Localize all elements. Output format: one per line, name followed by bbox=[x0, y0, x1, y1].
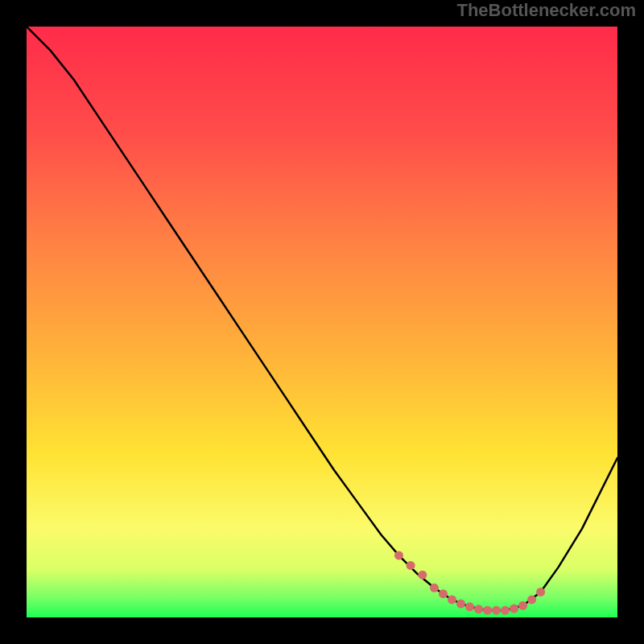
svg-rect-0 bbox=[27, 27, 617, 617]
svg-point-6 bbox=[448, 595, 456, 604]
svg-point-15 bbox=[527, 595, 536, 604]
watermark: TheBottlenecker.com bbox=[456, 0, 636, 21]
svg-point-2 bbox=[407, 561, 415, 570]
svg-point-3 bbox=[418, 571, 427, 580]
svg-point-5 bbox=[439, 589, 448, 598]
chart-svg bbox=[27, 27, 617, 617]
svg-point-1 bbox=[394, 551, 403, 559]
svg-point-10 bbox=[483, 606, 492, 615]
svg-point-4 bbox=[430, 584, 439, 592]
svg-point-11 bbox=[492, 606, 501, 615]
svg-point-13 bbox=[510, 604, 518, 613]
svg-point-8 bbox=[465, 602, 474, 611]
svg-point-14 bbox=[518, 601, 527, 610]
svg-point-7 bbox=[456, 600, 465, 609]
svg-point-16 bbox=[536, 588, 545, 597]
svg-point-9 bbox=[474, 605, 483, 613]
plot-area bbox=[27, 27, 617, 617]
svg-point-12 bbox=[501, 606, 510, 615]
chart-container: TheBottlenecker.com bbox=[0, 0, 644, 644]
